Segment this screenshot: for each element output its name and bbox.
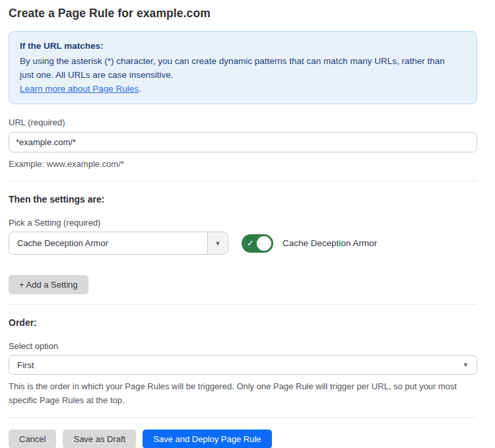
url-field-label: URL (required) xyxy=(9,117,477,127)
pick-setting-label: Pick a Setting (required) xyxy=(9,218,477,228)
order-select-value: First xyxy=(17,360,463,370)
setting-dropdown-arrow-button[interactable]: ▼ xyxy=(207,232,228,254)
url-match-info-callout: If the URL matches: By using the asteris… xyxy=(9,31,477,104)
setting-row: Cache Deception Armor ▼ ✓ Cache Deceptio… xyxy=(9,232,477,255)
divider xyxy=(9,304,477,305)
chevron-down-icon: ▼ xyxy=(463,362,469,368)
setting-dropdown-value: Cache Deception Armor xyxy=(9,232,207,254)
order-helper-text: This is the order in which your Page Rul… xyxy=(9,379,471,407)
info-callout-body: By using the asterisk (*) character, you… xyxy=(20,54,455,82)
setting-dropdown[interactable]: Cache Deception Armor ▼ xyxy=(9,232,228,255)
url-input[interactable] xyxy=(9,132,477,152)
create-page-rule-form: Create a Page Rule for example.com If th… xyxy=(0,0,495,448)
setting-toggle[interactable]: ✓ xyxy=(242,234,273,253)
check-icon: ✓ xyxy=(247,239,254,247)
toggle-knob xyxy=(257,236,271,251)
learn-more-link[interactable]: Learn more about Page Rules xyxy=(20,84,139,94)
order-section-heading: Order: xyxy=(9,317,477,328)
add-setting-button[interactable]: + Add a Setting xyxy=(9,275,88,294)
info-callout-link-line: Learn more about Page Rules. xyxy=(20,82,466,96)
order-select-label: Select option xyxy=(9,341,477,351)
page-title: Create a Page Rule for example.com xyxy=(9,7,477,20)
divider xyxy=(9,181,477,181)
save-as-draft-button[interactable]: Save as Draft xyxy=(63,430,136,448)
order-select[interactable]: First ▼ xyxy=(9,355,477,375)
info-callout-heading: If the URL matches: xyxy=(20,39,466,53)
chevron-down-icon: ▼ xyxy=(215,240,221,247)
setting-toggle-label: Cache Deception Armor xyxy=(282,238,377,248)
settings-section-heading: Then the settings are: xyxy=(9,194,477,205)
save-and-deploy-button[interactable]: Save and Deploy Page Rule xyxy=(143,430,271,448)
form-actions: Cancel Save as Draft Save and Deploy Pag… xyxy=(9,430,477,448)
divider xyxy=(9,417,477,418)
cancel-button[interactable]: Cancel xyxy=(9,430,56,448)
url-example-helper: Example: www.example.com/* xyxy=(9,157,471,171)
link-suffix: . xyxy=(139,84,141,94)
